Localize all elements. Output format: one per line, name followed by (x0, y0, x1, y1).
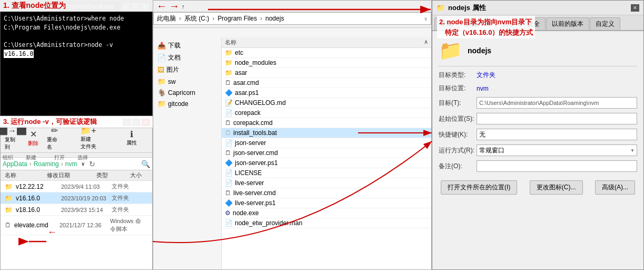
file-node-modules[interactable]: 📁 node_modules (222, 58, 431, 68)
explorer-nodejs[interactable]: ← → ↑ 此电脑 › 系统 (C:) › Program Files › no… (153, 0, 432, 270)
left-item-download-label: 下载 (168, 41, 181, 50)
file-install-tools[interactable]: 🗒 install_tools.bat (222, 128, 431, 138)
props-start-input[interactable] (477, 113, 637, 124)
file-json-server-cmd[interactable]: 🗒 json-server.cmd (222, 148, 431, 158)
props-icon-row: 📁 nodejs (439, 35, 637, 66)
tab-prev-versions[interactable]: 以前的版本 (546, 17, 589, 30)
nvm-elevate-date: 2021/12/7 12:36 (60, 222, 107, 228)
col-type-hdr: 类型 (96, 171, 130, 179)
file-etc[interactable]: 📁 etc (222, 48, 431, 58)
props-notes-input[interactable] (477, 160, 637, 172)
file-node-exe[interactable]: ⚙ node.exe (222, 208, 431, 218)
props-target-input[interactable] (477, 97, 637, 109)
props-folder-icon: 📁 (439, 40, 462, 62)
file-list-header: 名称 ∧ (222, 37, 431, 48)
nvm-col-headers: 名称 修改日期 类型 大小 (1, 170, 152, 181)
props-target-loc-label: 目标位置: (439, 84, 477, 93)
select-section-label: 选择 (77, 154, 88, 161)
file-node-etw[interactable]: 📄 node_etw_provider.man (222, 218, 431, 228)
props-runmode-dropdown[interactable]: 常规窗口 (477, 144, 637, 156)
props-runmode-label: 运行方式(R): (439, 146, 477, 155)
left-item-gitcode[interactable]: 📁 gitcode (153, 98, 221, 109)
left-item-docs[interactable]: 📄 文档 (153, 52, 221, 64)
props-icon: ℹ (130, 129, 133, 139)
file-live-server[interactable]: 📄 live-server (222, 178, 431, 188)
props-open-location-btn[interactable]: 打开文件所在的位置(I) (441, 180, 517, 195)
file-icon: 📄 (225, 139, 233, 147)
ps1-icon: 🔷 (225, 199, 233, 207)
explorer-nvm[interactable]: ← → ↑ ─ □ ✕ ⬛→⬛ 复制到 ✕ 删除 ✏ 重命名 📁+ (0, 116, 153, 270)
cmd-body: C:\Users\Administrator>where node C:\Pro… (1, 12, 152, 115)
folder-icon: 📁 (225, 69, 233, 76)
props-change-icon-btn[interactable]: 更改图标(C)... (530, 180, 583, 195)
addr-sep1: › (29, 160, 32, 168)
step2-text: 2. node目录为指向nvm目录下 特定（v16.16.0）的快捷方式 (439, 18, 533, 36)
tb-props-btn[interactable]: ℹ 属性 (113, 128, 150, 148)
file-liveserver-name: live-server (235, 179, 264, 187)
file-live-server-ps1[interactable]: 🔷 live-server.ps1 (222, 198, 431, 208)
left-item-pictures[interactable]: 🖼 图片 (153, 64, 221, 76)
file-corepack-name: corepack (235, 109, 261, 117)
file-asar-folder[interactable]: 📁 asar (222, 68, 431, 78)
addr-search-icon[interactable]: 🔍 (141, 160, 150, 168)
left-item-capricorn[interactable]: 🐐 Capricorn (153, 87, 221, 98)
file-changelog[interactable]: 📝 CHANGELOG.md (222, 98, 431, 108)
delete-icon: ✕ (30, 129, 37, 139)
addr-dropdown-icon[interactable]: ∨ (81, 161, 85, 167)
props-action-buttons: 打开文件所在的位置(I) 更改图标(C)... 高级(A)... (439, 180, 637, 195)
left-item-download[interactable]: 📥 下载 (153, 40, 221, 52)
file-live-server-cmd[interactable]: 🗒 live-server.cmd (222, 188, 431, 198)
cmd-version: v16.16.0 (4, 50, 149, 59)
props-runmode-row: 运行方式(R): 常规窗口 (439, 144, 637, 156)
nvm-row-elevate[interactable]: 🗒 elevate.cmd 2021/12/7 12:36 Windows 命令… (1, 216, 152, 235)
tb-rename-btn[interactable]: ✏ 重命名 (45, 124, 64, 152)
file-asar-ps1[interactable]: 🔷 asar.ps1 (222, 88, 431, 98)
addr-refresh-icon[interactable]: ↻ (89, 160, 95, 168)
tb-copy-btn[interactable]: ⬛→⬛ 复制到 (3, 124, 22, 152)
nvm-v16-name: v16.16.0 (16, 195, 58, 202)
addr-computer: 此电脑 (157, 14, 176, 23)
tb-new-label: 新建文件夹 (81, 136, 96, 150)
forward-arrow-icon[interactable]: → (169, 0, 180, 12)
props-target-row: 目标(T): (439, 97, 637, 109)
file-jsonservercmd-name: json-server.cmd (233, 149, 278, 157)
left-item-docs-label: 文档 (168, 53, 181, 62)
nvm-v12-name: v12.22.12 (16, 183, 58, 190)
file-corepack-cmd[interactable]: 🗒 corepack.cmd (222, 118, 431, 128)
left-item-pics-label: 图片 (166, 65, 179, 74)
tb-delete-btn[interactable]: ✕ 删除 (24, 128, 43, 148)
tb-new-btn[interactable]: 📁+ 新建文件夹 (70, 124, 107, 151)
file-asarps1-name: asar.ps1 (235, 89, 259, 97)
file-jsonserver-name: json-server (235, 139, 266, 147)
col-sort-icon: ∧ (424, 38, 428, 46)
props-close[interactable]: ✕ (631, 4, 639, 12)
nvm-row-v18[interactable]: 📁 v18.16.0 2023/9/23 15:14 文件夹 (1, 204, 152, 216)
file-json-server-ps1[interactable]: 🔷 json-server.ps1 (222, 158, 431, 168)
props-window: 📁 nodejs 属性 ✕ 常规 快捷方式 共享 安全 以前的版本 自定义 📁 … (432, 0, 644, 270)
tb-props-label: 属性 (126, 139, 137, 147)
nvm-elevate-name: elevate.cmd (14, 221, 56, 229)
folder-icon: 📁 (5, 195, 13, 202)
back-arrow-icon[interactable]: ← (156, 0, 167, 12)
nvm-row-v12[interactable]: 📁 v12.22.12 2023/9/4 11:03 文件夹 (1, 181, 152, 192)
props-target-type-row: 目标类型: 文件夹 (439, 71, 637, 80)
file-nodeexe-name: node.exe (233, 209, 259, 217)
up-arrow-icon[interactable]: ↑ (182, 3, 185, 9)
file-corepack[interactable]: 📄 corepack (222, 108, 431, 118)
props-shortcut-input[interactable] (477, 129, 637, 140)
left-item-sw[interactable]: 📁 sw (153, 76, 221, 87)
explorer-file-list: 名称 ∧ 📁 etc 📁 node_modules 📁 asar 🗒 asar.… (222, 37, 431, 269)
cmd-version-text: v16.16.0 (4, 50, 34, 59)
nvm-row-v16[interactable]: 📁 v16.16.0 2023/10/19 20:03 文件夹 (1, 192, 152, 204)
man-icon: 📄 (225, 219, 233, 227)
props-titlebar: 📁 nodejs 属性 ✕ (432, 1, 643, 15)
addr-roaming: Roaming (34, 160, 59, 168)
nvm-filelist: 名称 修改日期 类型 大小 📁 v12.22.12 2023/9/4 11:03… (1, 170, 152, 269)
file-license[interactable]: 📄 LICENSE (222, 168, 431, 178)
file-nodemodules-name: node_modules (235, 59, 276, 66)
file-json-server[interactable]: 📄 json-server (222, 138, 431, 148)
file-asar-cmd[interactable]: 🗒 asar.cmd (222, 78, 431, 88)
tab-custom[interactable]: 自定义 (590, 17, 620, 30)
props-advanced-btn[interactable]: 高级(A)... (595, 180, 635, 195)
props-target-type-value: 文件夹 (477, 71, 637, 80)
